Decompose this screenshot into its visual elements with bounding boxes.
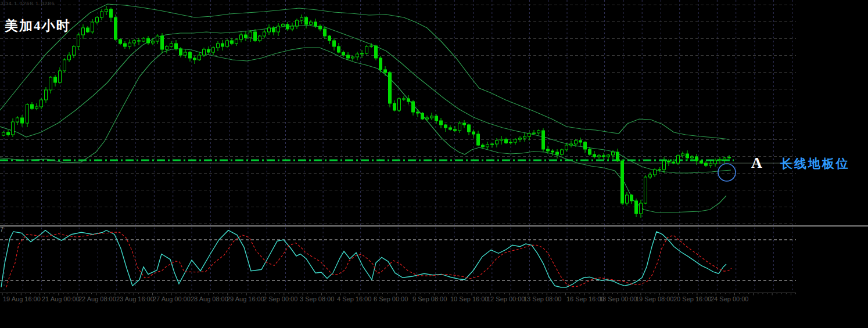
candle-body <box>598 156 601 157</box>
price-chart-canvas[interactable]: 19 Aug 16:0021 Aug 00:0022 Aug 08:0023 A… <box>0 0 868 328</box>
candle-body <box>389 73 392 103</box>
candle-body <box>40 100 43 107</box>
candle-body <box>421 113 424 119</box>
candle-body <box>77 35 80 46</box>
candle-body <box>338 46 340 52</box>
annotation-circle[interactable] <box>718 164 736 181</box>
candle-body <box>537 131 540 133</box>
candle-body <box>593 154 596 157</box>
candle-body <box>417 112 419 113</box>
candle-body <box>579 140 582 142</box>
candle-body <box>170 44 173 46</box>
candle-body <box>472 132 475 134</box>
candle-body <box>514 139 517 142</box>
candle-body <box>621 161 624 203</box>
time-axis-label: 6 Sep 00:00 <box>374 295 408 302</box>
candle-body <box>351 57 354 58</box>
candle-body <box>426 118 429 119</box>
candle-body <box>128 43 131 46</box>
candle-body <box>314 22 317 26</box>
time-axis-label: 28 Aug 08:00 <box>191 295 228 302</box>
candle-body <box>240 35 243 39</box>
candle-body <box>96 17 99 22</box>
candle-body <box>709 164 712 165</box>
time-axis-label: 19 Sep 08:00 <box>636 295 673 302</box>
candle-body <box>556 152 559 154</box>
candle-body <box>87 28 89 32</box>
candle-body <box>291 26 294 29</box>
candle-body <box>616 152 619 161</box>
candle-body <box>361 53 364 54</box>
candle-body <box>440 121 443 125</box>
candle-body <box>324 29 327 36</box>
candle-body <box>589 149 591 154</box>
candle-body <box>575 140 578 144</box>
candle-body <box>431 116 433 118</box>
candle-body <box>101 12 103 17</box>
candle-body <box>152 41 155 43</box>
candle-body <box>286 24 289 29</box>
candle-body <box>282 24 285 26</box>
candle-body <box>565 145 568 150</box>
candle-body <box>691 157 694 158</box>
candle-body <box>407 99 410 102</box>
candle-body <box>175 44 178 49</box>
candle-body <box>305 17 308 24</box>
candle-body <box>263 32 266 36</box>
candle-body <box>644 177 647 203</box>
time-axis-label: 21 Aug 00:00 <box>42 295 80 302</box>
candle-body <box>523 136 526 138</box>
candle-body <box>658 170 661 170</box>
candle-body <box>584 142 587 149</box>
candle-body <box>16 118 19 122</box>
candle-body <box>482 145 485 147</box>
annotation-a-label[interactable]: A <box>751 154 762 172</box>
candle-body <box>328 36 331 41</box>
candle-body <box>68 55 71 60</box>
candle-body <box>161 36 164 49</box>
candle-body <box>668 161 670 162</box>
candle-body <box>310 22 313 24</box>
candle-body <box>217 44 220 48</box>
candle-body <box>505 139 508 143</box>
candle-body <box>184 52 187 55</box>
candle-body <box>500 139 503 140</box>
time-axis-label: 29 Aug 16:00 <box>227 295 264 302</box>
candle-body <box>551 151 554 152</box>
candle-body <box>166 46 168 49</box>
candle-body <box>180 49 182 55</box>
candle-body <box>510 142 512 143</box>
candle-body <box>663 161 666 170</box>
annotation-floor-label[interactable]: 长线地板位 <box>780 156 850 172</box>
candle-body <box>254 32 257 41</box>
stochastic-signal-line <box>6 232 731 287</box>
candle-body <box>444 125 447 128</box>
time-axis-label: 4 Sep 16:00 <box>337 295 371 302</box>
time-axis-label: 19 Aug 16:00 <box>3 295 41 302</box>
candle-body <box>7 132 10 135</box>
candle-body <box>203 49 206 55</box>
candle-body <box>607 155 610 157</box>
candle-body <box>458 123 461 131</box>
candle-body <box>649 175 652 177</box>
candle-body <box>49 77 52 90</box>
candle-body <box>435 116 438 121</box>
candle-body <box>259 36 261 41</box>
candle-body <box>486 145 489 147</box>
candle-body <box>268 28 271 32</box>
candle-body <box>356 54 359 57</box>
candle-body <box>626 195 629 203</box>
candle-body <box>221 44 224 46</box>
candle-body <box>463 123 466 125</box>
candle-body <box>35 107 38 109</box>
candle-body <box>198 55 201 60</box>
chart-title-label[interactable]: 美加4小时 <box>5 17 71 35</box>
candle-body <box>700 161 703 163</box>
candle-body <box>212 48 215 52</box>
candle-body <box>59 71 62 82</box>
time-axis-label: 18 Sep 00:00 <box>599 295 637 302</box>
candle-body <box>519 138 522 139</box>
candle-body <box>398 99 401 110</box>
candle-body <box>319 26 322 29</box>
candle-body <box>231 41 234 44</box>
